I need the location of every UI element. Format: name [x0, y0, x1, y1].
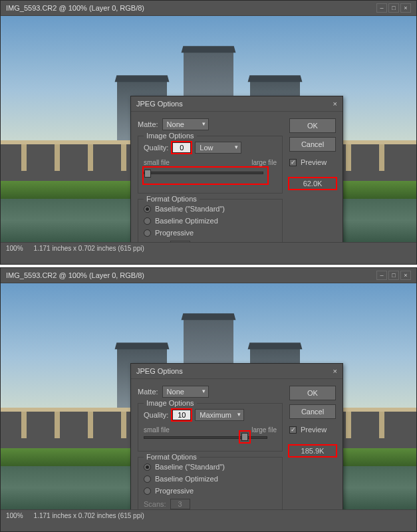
close-button[interactable]: ×	[400, 271, 411, 280]
ok-button[interactable]: OK	[289, 118, 336, 133]
preview-label: Preview	[301, 158, 327, 166]
canvas[interactable]: JPEG Options × Matte: None Image Options…	[1, 16, 416, 242]
filesize-readout: 185.9K	[289, 446, 336, 456]
image-options-label: Image Options	[144, 399, 197, 407]
quality-input[interactable]	[172, 142, 191, 153]
document-window-1: IMG_5593.CR2 @ 100% (Layer 0, RGB/8) – □…	[0, 0, 417, 265]
dialog-title: JPEG Options	[136, 100, 183, 108]
radio-baseline-standard[interactable]	[144, 464, 151, 471]
small-file-label: small file	[144, 426, 170, 434]
radio-progressive[interactable]	[144, 229, 151, 237]
format-options-label: Format Options	[144, 453, 200, 461]
format-options-group: Format Options Baseline ("Standard") Bas…	[138, 199, 283, 242]
jpeg-options-dialog: JPEG Options × Matte: None Image Options…	[130, 96, 343, 242]
scans-label: Scans:	[144, 500, 166, 508]
window-title: IMG_5593.CR2 @ 100% (Layer 0, RGB/8)	[6, 271, 144, 279]
minimize-button[interactable]: –	[376, 271, 387, 280]
quality-slider[interactable]	[144, 172, 263, 174]
radio-baseline-standard[interactable]	[144, 205, 151, 213]
matte-select[interactable]: None	[162, 386, 209, 398]
titlebar: IMG_5593.CR2 @ 100% (Layer 0, RGB/8) – □…	[1, 1, 416, 16]
quality-input[interactable]	[172, 410, 191, 420]
matte-select[interactable]: None	[162, 118, 209, 130]
image-options-label: Image Options	[144, 132, 197, 140]
dialog-close-icon[interactable]: ×	[333, 367, 337, 375]
quality-slider-thumb[interactable]	[241, 433, 248, 441]
dialog-titlebar: JPEG Options ×	[131, 96, 343, 112]
dialog-title: JPEG Options	[136, 367, 183, 375]
quality-preset-select[interactable]: Maximum	[195, 409, 244, 421]
maximize-button[interactable]: □	[388, 3, 399, 13]
statusbar: 100% 1.171 inches x 0.702 inches (615 pp…	[1, 242, 416, 254]
document-window-2: IMG_5593.CR2 @ 100% (Layer 0, RGB/8) – □…	[0, 267, 417, 532]
radio-baseline-optimized[interactable]	[144, 217, 151, 225]
radio-progressive[interactable]	[144, 487, 151, 495]
dialog-close-icon[interactable]: ×	[333, 100, 337, 108]
quality-slider[interactable]	[144, 436, 267, 439]
ok-button[interactable]: OK	[289, 386, 336, 400]
image-options-group: Image Options Quality: Maximum small fil…	[138, 403, 283, 452]
large-file-label: large file	[251, 159, 277, 166]
statusbar: 100% 1.171 inches x 0.702 inches (615 pp…	[1, 509, 416, 521]
status-dimensions: 1.171 inches x 0.702 inches (615 ppi)	[34, 512, 144, 519]
format-options-label: Format Options	[144, 195, 200, 203]
scans-input	[170, 499, 190, 509]
matte-label: Matte:	[138, 388, 158, 396]
canvas[interactable]: JPEG Options × Matte: None Image Options…	[1, 283, 416, 509]
matte-label: Matte:	[138, 120, 158, 128]
minimize-button[interactable]: –	[376, 3, 387, 13]
small-file-label: small file	[144, 159, 170, 166]
maximize-button[interactable]: □	[388, 271, 399, 280]
radio-baseline-optimized[interactable]	[144, 475, 151, 483]
image-options-group: Image Options Quality: Low small file la…	[138, 136, 283, 194]
status-dimensions: 1.171 inches x 0.702 inches (615 ppi)	[34, 245, 144, 252]
preview-checkbox[interactable]	[289, 159, 297, 166]
large-file-label: large file	[251, 426, 277, 434]
cancel-button[interactable]: Cancel	[289, 404, 336, 419]
preview-checkbox[interactable]	[289, 426, 297, 434]
jpeg-options-dialog: JPEG Options × Matte: None Image Options…	[130, 363, 343, 509]
window-title: IMG_5593.CR2 @ 100% (Layer 0, RGB/8)	[6, 4, 144, 12]
scans-input	[170, 241, 190, 242]
cancel-button[interactable]: Cancel	[289, 137, 336, 152]
close-button[interactable]: ×	[400, 3, 411, 13]
format-options-group: Format Options Baseline ("Standard") Bas…	[138, 457, 283, 509]
preview-label: Preview	[301, 426, 327, 434]
dialog-titlebar: JPEG Options ×	[131, 364, 343, 379]
quality-slider-thumb[interactable]	[144, 170, 151, 178]
quality-preset-select[interactable]: Low	[195, 142, 241, 154]
filesize-readout: 62.0K	[289, 178, 336, 189]
quality-label: Quality:	[144, 144, 168, 152]
status-zoom: 100%	[6, 512, 23, 519]
titlebar: IMG_5593.CR2 @ 100% (Layer 0, RGB/8) – □…	[1, 268, 416, 283]
status-zoom: 100%	[6, 245, 23, 252]
quality-label: Quality:	[144, 411, 168, 419]
